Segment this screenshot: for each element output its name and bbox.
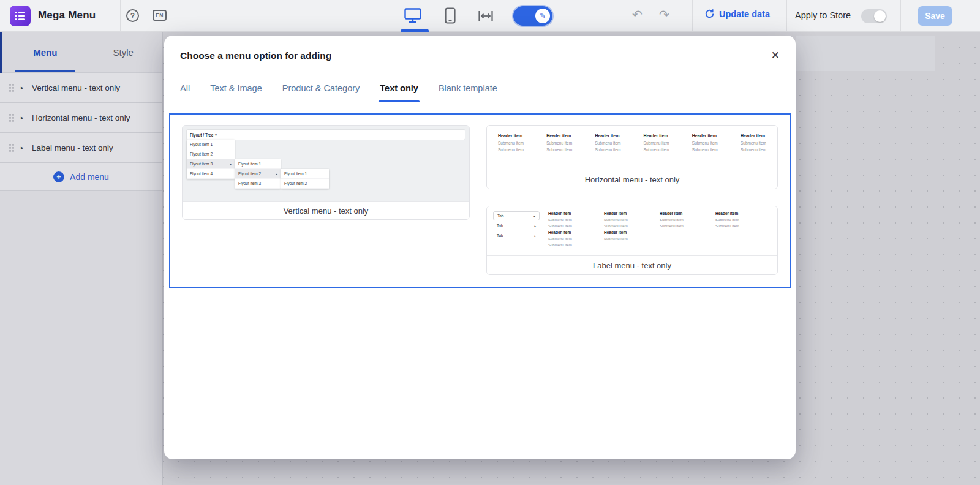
preview-submenu-item: Submenu item xyxy=(546,141,572,145)
preview-submenu-item: Submenu item xyxy=(644,148,669,152)
flyout-row: Flyout item 1 xyxy=(187,140,235,149)
header-divider xyxy=(120,0,121,31)
modal-tab-blank-template[interactable]: Blank template xyxy=(439,83,497,102)
preview-header-item: Header item xyxy=(660,211,715,216)
modal-title: Choose a menu option for adding xyxy=(180,50,331,61)
preview-submenu-item: Submenu item xyxy=(644,141,669,145)
modal-tab-text-image[interactable]: Text & Image xyxy=(210,83,262,102)
app-root: Mega Menu ? EN xyxy=(0,0,980,485)
update-data-button[interactable]: Update data xyxy=(704,9,770,19)
flyout-item-label: Flyout item 1 xyxy=(190,142,213,146)
header-divider xyxy=(692,0,693,31)
preview-column: Header item Submenu item Submenu item xyxy=(692,133,718,170)
preview-tab-label: Tab xyxy=(497,224,503,228)
preview-submenu-item: Submenu item xyxy=(498,148,524,152)
flyout-item-label: Flyout item 3 xyxy=(190,162,213,166)
close-button[interactable]: ✕ xyxy=(771,50,780,61)
preview-header-item: Header item xyxy=(692,133,718,138)
flyout-row: Flyout item 2 xyxy=(281,179,329,189)
pencil-icon: ✎ xyxy=(535,9,550,23)
mobile-view-button[interactable] xyxy=(445,7,456,24)
preview-column: Header item Submenu item Submenu item He… xyxy=(604,211,660,255)
preview-submenu-item: Submenu item xyxy=(548,224,604,228)
horizontal-menu-preview: Header item Submenu item Submenu item He… xyxy=(487,126,777,170)
flyout-item-label: Flyout item 2 xyxy=(284,181,307,186)
responsive-width-icon xyxy=(478,10,494,22)
desktop-icon xyxy=(404,8,421,23)
flyout-row-highlighted: Flyout item 2 ▸ xyxy=(235,169,281,179)
flyout-row: Flyout item 4 xyxy=(187,169,235,179)
desktop-view-button[interactable] xyxy=(404,8,421,23)
template-card-caption: Vertical menu - text only xyxy=(183,201,469,219)
caret-right-icon: ▸ xyxy=(534,234,536,238)
preview-flyout-root: Flyout / Tree ▾ xyxy=(187,130,465,140)
preview-header-item: Header item xyxy=(595,133,620,138)
app-logo xyxy=(10,6,31,26)
caret-right-icon: ▸ xyxy=(276,172,277,176)
redo-icon: ↷ xyxy=(659,8,669,21)
modal-tab-all[interactable]: All xyxy=(180,83,190,102)
template-card-label-menu[interactable]: Tab ▸ Tab ▸ Tab ▸ xyxy=(486,206,778,275)
preview-header-item: Header item xyxy=(741,133,766,138)
template-card-horizontal-menu[interactable]: Header item Submenu item Submenu item He… xyxy=(486,125,778,189)
add-menu-modal: Choose a menu option for adding ✕ All Te… xyxy=(164,36,796,459)
preview-submenu-item: Submenu item xyxy=(741,141,766,145)
preview-header-item: Header item xyxy=(546,133,572,138)
language-icon: EN xyxy=(153,10,167,21)
preview-tab-label: Tab xyxy=(497,214,503,218)
label-menu-preview: Tab ▸ Tab ▸ Tab ▸ xyxy=(487,206,777,255)
flyout-row-highlighted: Flyout item 3 ▸ xyxy=(187,159,235,169)
apply-to-store-label: Apply to Store xyxy=(795,10,851,20)
modal-tab-text-only[interactable]: Text only xyxy=(380,83,418,102)
preview-submenu-item: Submenu item xyxy=(692,141,718,145)
preview-column: Header item Submenu item Submenu item xyxy=(498,133,524,170)
preview-tab: Tab ▸ xyxy=(493,211,540,220)
edit-mode-toggle[interactable]: ✎ xyxy=(513,6,552,26)
template-card-caption: Horizontal menu - text only xyxy=(487,170,777,189)
right-card-column: Header item Submenu item Submenu item He… xyxy=(486,125,778,275)
caret-right-icon: ▸ xyxy=(230,162,232,166)
preview-submenu-item: Submenu item xyxy=(548,237,604,241)
preview-columns: Header item Submenu item Submenu item He… xyxy=(548,211,771,255)
flyout-item-label: Flyout item 4 xyxy=(190,171,213,176)
preview-submenu-item: Submenu item xyxy=(604,224,660,228)
modal-header: Choose a menu option for adding ✕ xyxy=(164,36,796,61)
responsive-width-button[interactable] xyxy=(478,10,494,22)
preview-submenu-item: Submenu item xyxy=(715,218,771,222)
flyout-row: Flyout item 2 xyxy=(187,149,235,159)
help-button[interactable]: ? xyxy=(126,9,139,22)
preview-header-item: Header item xyxy=(548,230,604,235)
flyout-row: Flyout item 1 xyxy=(235,159,281,169)
preview-submenu-item: Submenu item xyxy=(741,148,766,152)
flyout-item-label: Flyout item 1 xyxy=(238,162,261,166)
save-button[interactable]: Save xyxy=(918,6,952,26)
refresh-icon xyxy=(704,9,715,19)
preview-header-item: Header item xyxy=(604,230,660,235)
flyout-row: Flyout item 1 xyxy=(281,169,329,179)
preview-header-item: Header item xyxy=(498,133,524,138)
update-data-label: Update data xyxy=(719,9,770,19)
flyout-item-label: Flyout item 2 xyxy=(190,152,213,156)
flyout-panel-level3: Flyout item 1 Flyout item 2 xyxy=(281,169,329,189)
template-card-caption: Label menu - text only xyxy=(487,255,777,275)
close-icon: ✕ xyxy=(771,50,780,61)
flyout-row: Flyout item 3 xyxy=(235,179,281,189)
apply-to-store-toggle[interactable] xyxy=(861,9,887,23)
app-title: Mega Menu xyxy=(38,9,96,21)
preview-column: Header item Submenu item Submenu item xyxy=(644,133,669,170)
preview-column: Header item Submenu item Submenu item xyxy=(741,133,766,170)
template-card-vertical-menu[interactable]: Flyout / Tree ▾ Flyout item 1 Flyout ite… xyxy=(182,125,470,220)
flyout-root-label: Flyout / Tree xyxy=(190,133,213,137)
language-button[interactable]: EN xyxy=(153,10,167,21)
header-divider xyxy=(900,0,901,31)
undo-button[interactable]: ↶ xyxy=(632,7,643,22)
preview-submenu-item: Submenu item xyxy=(604,218,660,222)
preview-header-item: Header item xyxy=(604,211,660,216)
flyout-item-label: Flyout item 2 xyxy=(238,171,261,176)
toggle-knob xyxy=(874,10,886,22)
flyout-item-label: Flyout item 1 xyxy=(284,171,307,176)
preview-submenu-item: Submenu item xyxy=(498,141,524,145)
modal-tab-product-category[interactable]: Product & Category xyxy=(282,83,360,102)
preview-header-item: Header item xyxy=(548,211,604,216)
redo-button[interactable]: ↷ xyxy=(659,7,669,22)
